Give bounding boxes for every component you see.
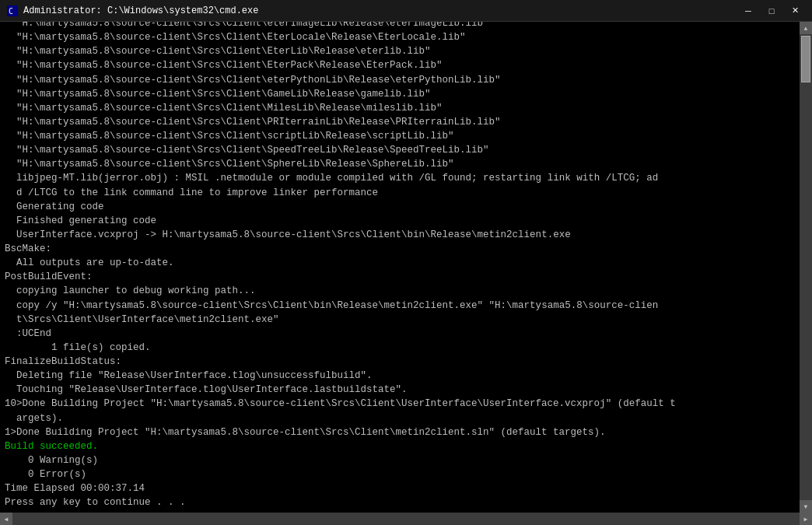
console-line: All outputs are up-to-date. — [5, 256, 795, 270]
console-line: "H:\martysama5.8\source-client\Srcs\Clie… — [5, 44, 795, 58]
console-line: "H:\martysama5.8\source-client\Srcs\Clie… — [5, 22, 795, 30]
scroll-thumb[interactable] — [801, 36, 810, 82]
scroll-up-arrow[interactable]: ▲ — [800, 22, 812, 34]
window-title: Administrator: C:\Windows\system32\cmd.e… — [23, 5, 258, 16]
scroll-right-arrow[interactable]: ▶ — [800, 513, 812, 525]
console-line: "H:\martysama5.8\source-client\Srcs\Clie… — [5, 87, 795, 101]
console-line: "H:\martysama5.8\source-client\Srcs\Clie… — [5, 30, 795, 44]
title-bar-controls: ─ □ ✕ — [737, 3, 806, 19]
vertical-scrollbar[interactable]: ▲ ▼ — [800, 22, 812, 513]
console-line: t\Srcs\Client\UserInterface\metin2client… — [5, 313, 795, 327]
close-button[interactable]: ✕ — [784, 3, 806, 19]
cmd-icon: C — [6, 5, 19, 17]
svg-text:C: C — [9, 7, 13, 16]
horizontal-scrollbar[interactable]: ◀ ▶ — [0, 513, 812, 525]
minimize-button[interactable]: ─ — [737, 3, 759, 19]
console-line: 0 Warning(s) — [5, 453, 795, 467]
console-line: copying launcher to debug working path..… — [5, 284, 795, 298]
console-line: Generating code — [5, 200, 795, 214]
console-line: Touching "Release\UserInterface.tlog\Use… — [5, 383, 795, 397]
title-bar-left: C Administrator: C:\Windows\system32\cmd… — [6, 5, 258, 17]
console-line: BscMake: — [5, 242, 795, 256]
console-line: "H:\martysama5.8\source-client\Srcs\Clie… — [5, 58, 795, 72]
console-line: "H:\martysama5.8\source-client\Srcs\Clie… — [5, 73, 795, 87]
console-line: UserInterface.vcxproj -> H:\martysama5.8… — [5, 228, 795, 242]
console-line: 1>Done Building Project "H:\martysama5.8… — [5, 425, 795, 439]
console-line: Deleting file "Release\UserInterface.tlo… — [5, 369, 795, 383]
console-line: "H:\martysama5.8\source-client\Srcs\Clie… — [5, 101, 795, 115]
console-line: "H:\martysama5.8\source-client\Srcs\Clie… — [5, 157, 795, 171]
console-line: "H:\martysama5.8\source-client\Srcs\Clie… — [5, 129, 795, 143]
console-line: :UCEnd — [5, 327, 795, 341]
console-line: 0 Error(s) — [5, 467, 795, 481]
console-line: Press any key to continue . . . — [5, 495, 795, 509]
console-line: copy /y "H:\martysama5.8\source-client\S… — [5, 299, 795, 313]
console-line: 10>Done Building Project "H:\martysama5.… — [5, 397, 795, 411]
scroll-left-arrow[interactable]: ◀ — [0, 513, 12, 525]
console-line: libjpeg-MT.lib(jerror.obj) : MSIL .netmo… — [5, 171, 795, 185]
console-line: Time Elapsed 00:00:37.14 — [5, 481, 795, 495]
title-bar: C Administrator: C:\Windows\system32\cmd… — [0, 0, 812, 22]
scroll-track[interactable] — [800, 34, 812, 500]
console-area: Release\PythonNetworkStreamPhaseLogin.ob… — [0, 22, 812, 513]
console-line: "H:\martysama5.8\source-client\Srcs\Clie… — [5, 115, 795, 129]
console-line: argets). — [5, 411, 795, 425]
console-line: d /LTCG to the link command line to impr… — [5, 186, 795, 200]
console-output[interactable]: Release\PythonNetworkStreamPhaseLogin.ob… — [0, 22, 800, 513]
maximize-button[interactable]: □ — [761, 3, 782, 19]
console-line: "H:\martysama5.8\source-client\Srcs\Clie… — [5, 143, 795, 157]
cmd-window: C Administrator: C:\Windows\system32\cmd… — [0, 0, 812, 525]
console-line: Finished generating code — [5, 214, 795, 228]
console-line: PostBuildEvent: — [5, 270, 795, 284]
console-line: Build succeeded. — [5, 439, 795, 453]
console-line: FinalizeBuildStatus: — [5, 355, 795, 369]
console-line: 1 file(s) copied. — [5, 341, 795, 355]
scroll-down-arrow[interactable]: ▼ — [800, 500, 812, 513]
